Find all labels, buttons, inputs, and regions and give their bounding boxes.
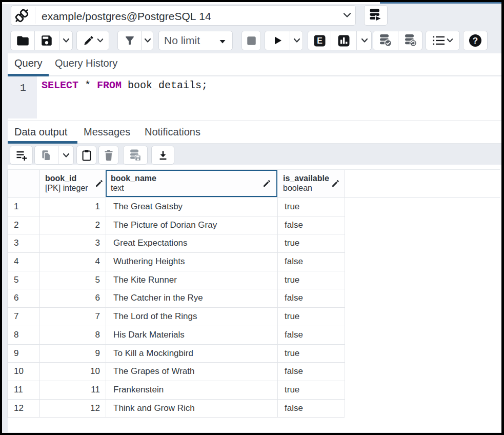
svg-text:E: E [317, 36, 322, 45]
svg-text:?: ? [473, 36, 478, 46]
